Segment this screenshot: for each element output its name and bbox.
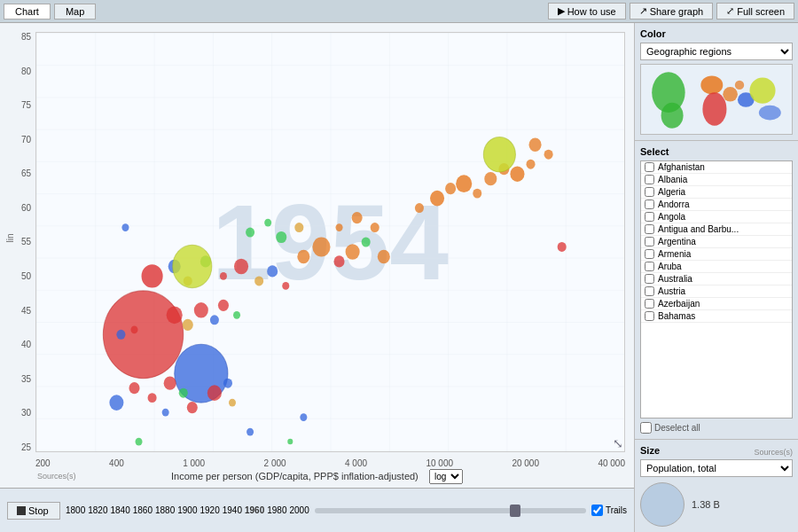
chart-plot[interactable]: 1954 xyxy=(35,32,625,452)
y-axis-ticks: 85807570 65605550 4540353025 xyxy=(0,32,34,452)
svg-point-65 xyxy=(702,92,726,125)
x-axis-scale-dropdown[interactable]: loglin xyxy=(429,469,463,484)
list-item[interactable]: Argentina xyxy=(641,236,792,248)
timeline: Stop 1800182018401860 1880190019201940 1… xyxy=(0,488,634,532)
list-item[interactable]: Aruba xyxy=(641,261,792,273)
svg-point-50 xyxy=(529,138,542,152)
trails-checkbox-input[interactable] xyxy=(591,505,603,516)
svg-point-57 xyxy=(121,223,129,231)
svg-point-14 xyxy=(130,325,137,333)
list-item[interactable]: Armenia xyxy=(641,248,792,261)
timeline-thumb[interactable] xyxy=(510,505,520,517)
list-item[interactable]: Antigua and Barbu... xyxy=(641,223,792,236)
svg-point-47 xyxy=(510,166,524,182)
svg-point-36 xyxy=(378,250,390,263)
svg-point-26 xyxy=(234,259,248,275)
deselect-all-button[interactable]: Deselect all xyxy=(640,422,793,434)
svg-point-7 xyxy=(162,409,169,417)
deselect-all-checkbox[interactable] xyxy=(640,422,652,434)
svg-point-41 xyxy=(430,191,444,207)
list-item[interactable]: Australia xyxy=(641,273,792,286)
country-checkbox[interactable] xyxy=(645,200,654,209)
source-label: Sources(s) xyxy=(37,472,76,481)
svg-point-37 xyxy=(336,223,343,231)
list-item[interactable]: Bahamas xyxy=(641,310,792,323)
size-section: Size Sources(s) Population, total 1.38 B xyxy=(635,440,798,532)
svg-point-58 xyxy=(136,438,143,446)
svg-point-35 xyxy=(362,238,371,247)
svg-point-59 xyxy=(246,428,254,436)
list-item[interactable]: Afghanistan xyxy=(641,161,792,174)
chart-tab[interactable]: Chart xyxy=(4,4,51,20)
country-checkbox[interactable] xyxy=(645,175,654,184)
size-source-label: Sources(s) xyxy=(754,448,793,457)
svg-point-69 xyxy=(759,106,781,121)
svg-point-39 xyxy=(371,223,379,232)
list-item[interactable]: Austria xyxy=(641,286,792,298)
svg-point-64 xyxy=(700,75,723,94)
svg-point-3 xyxy=(109,395,123,411)
svg-point-68 xyxy=(749,78,775,104)
share-graph-button[interactable]: ↗ Share graph xyxy=(630,3,714,20)
country-checkbox[interactable] xyxy=(645,237,654,246)
svg-point-56 xyxy=(294,223,303,232)
bubble-chart xyxy=(36,33,624,451)
list-item[interactable]: Andorra xyxy=(641,199,792,211)
svg-point-53 xyxy=(246,228,254,238)
svg-rect-0 xyxy=(36,33,624,451)
country-checkbox[interactable] xyxy=(645,162,654,172)
chart-container: lin 85807570 65605550 4540353025 1954 xyxy=(0,23,634,488)
country-list[interactable]: AfghanistanAlbaniaAlgeriaAndorraAngolaAn… xyxy=(640,160,793,419)
svg-point-33 xyxy=(334,255,345,267)
country-checkbox[interactable] xyxy=(645,249,654,259)
svg-point-34 xyxy=(346,244,360,260)
svg-point-44 xyxy=(473,189,481,199)
svg-point-42 xyxy=(445,183,456,194)
trails-checkbox[interactable]: Trails xyxy=(591,505,627,516)
svg-point-40 xyxy=(415,203,424,213)
map-tab[interactable]: Map xyxy=(54,4,96,20)
svg-point-29 xyxy=(282,282,289,290)
country-checkbox[interactable] xyxy=(645,311,654,321)
svg-point-17 xyxy=(194,302,208,318)
country-checkbox[interactable] xyxy=(645,262,654,271)
size-value: 1.38 B xyxy=(692,499,720,510)
how-to-use-button[interactable]: ▶ How to use xyxy=(548,3,626,20)
svg-point-6 xyxy=(164,376,176,389)
fullscreen-corner-icon[interactable]: ⤡ xyxy=(613,436,623,450)
stop-button[interactable]: Stop xyxy=(7,502,60,520)
country-checkbox[interactable] xyxy=(645,286,654,296)
list-item[interactable]: Angola xyxy=(641,211,792,223)
x-axis-ticks: 2004001 0002 000 4 00010 00020 00040 000 xyxy=(35,458,625,468)
svg-point-43 xyxy=(456,175,472,192)
country-checkbox[interactable] xyxy=(645,212,654,222)
svg-point-20 xyxy=(233,311,240,319)
svg-point-31 xyxy=(297,250,309,263)
size-dropdown[interactable]: Population, total xyxy=(640,459,793,477)
select-section: Select AfghanistanAlbaniaAlgeriaAndorraA… xyxy=(635,141,798,440)
svg-point-15 xyxy=(167,306,183,324)
list-item[interactable]: Azerbaijan xyxy=(641,298,792,310)
timeline-track[interactable] xyxy=(315,508,586,513)
svg-point-16 xyxy=(183,319,193,331)
color-section: Color Geographic regions xyxy=(635,23,798,141)
svg-point-66 xyxy=(723,87,738,102)
world-map xyxy=(640,64,793,135)
svg-point-51 xyxy=(544,150,553,160)
svg-point-52 xyxy=(558,242,567,252)
country-checkbox[interactable] xyxy=(645,299,654,309)
help-icon: ▶ xyxy=(558,5,565,17)
svg-point-45 xyxy=(484,172,497,185)
country-checkbox[interactable] xyxy=(645,187,654,197)
color-dropdown[interactable]: Geographic regions xyxy=(640,43,793,60)
svg-point-4 xyxy=(129,382,139,394)
right-panel: Color Geographic regions xyxy=(634,23,798,532)
x-axis-label: Income per person (GDP/capita, PPP$ infl… xyxy=(140,469,495,484)
list-item[interactable]: Algeria xyxy=(641,186,792,199)
country-checkbox[interactable] xyxy=(645,274,654,284)
country-checkbox[interactable] xyxy=(645,224,654,234)
svg-point-13 xyxy=(116,330,125,340)
full-screen-button[interactable]: ⤢ Full screen xyxy=(716,3,794,20)
size-circle-indicator xyxy=(640,482,685,527)
list-item[interactable]: Albania xyxy=(641,174,792,186)
